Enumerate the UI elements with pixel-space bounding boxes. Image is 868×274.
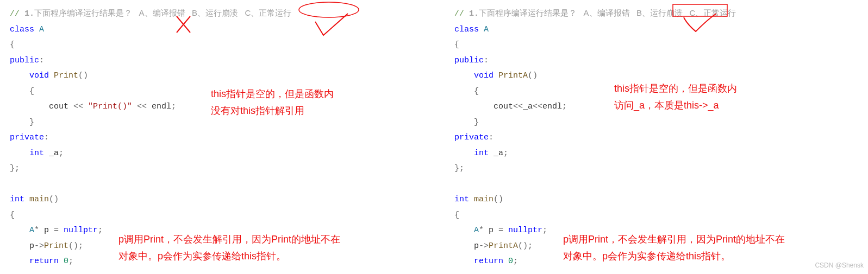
question-num: 1. [469, 9, 479, 18]
code-line: public: [454, 53, 859, 69]
code-line: public: [10, 53, 420, 69]
code-line: }; [10, 161, 420, 177]
comment-prefix: // [10, 9, 24, 18]
code-line: { [454, 208, 859, 224]
code-line: int main() [10, 192, 420, 208]
code-line: int main() [454, 192, 859, 208]
code-line: int _a; [10, 146, 420, 162]
annotation-top-right: this指针是空的，但是函数内 访问_a，本质是this->_a [614, 80, 737, 113]
code-line: class A [10, 22, 420, 38]
code-line [10, 177, 420, 193]
annotation-bottom-right: p调用Print，不会发生解引用，因为Print的地址不在 对象中。p会作为实参… [563, 231, 785, 264]
option-c: C、正常运行 [245, 8, 292, 17]
option-a: A、编译报错 [139, 8, 185, 17]
question-line: // 1.下面程序编译运行结果是？ A、编译报错 B、运行崩溃 C、正常运行 [454, 5, 859, 22]
comment-prefix: // [454, 9, 469, 18]
code-line: { [454, 37, 859, 53]
code-line: class A [454, 22, 859, 38]
question-text: 下面程序编译运行结果是？ [479, 8, 577, 17]
option-a: A、编译报错 [584, 8, 630, 17]
option-b: B、运行崩溃 [636, 8, 683, 17]
question-num: 1. [24, 9, 34, 18]
code-line: int _a; [454, 146, 859, 162]
code-line [454, 177, 859, 193]
annotation-bottom-left: p调用Print，不会发生解引用，因为Print的地址不在 对象中。p会作为实参… [118, 231, 340, 264]
question-line: // 1.下面程序编译运行结果是？ A、编译报错 B、运行崩溃 C、正常运行 [10, 5, 420, 22]
code-line: } [454, 115, 859, 131]
code-line: private: [10, 130, 420, 146]
option-c: C、正常运行 [690, 8, 736, 17]
option-b: B、运行崩溃 [192, 8, 238, 17]
code-line: }; [454, 161, 859, 177]
code-line: { [10, 208, 420, 224]
question-text: 下面程序编译运行结果是？ [34, 8, 132, 17]
code-line: { [10, 37, 420, 53]
code-line: private: [454, 130, 859, 146]
code-line: void Print() [10, 68, 420, 84]
annotation-top-left: this指针是空的，但是函数内 没有对this指针解引用 [211, 86, 334, 119]
watermark-text: CSDN @Shensk [815, 259, 864, 272]
